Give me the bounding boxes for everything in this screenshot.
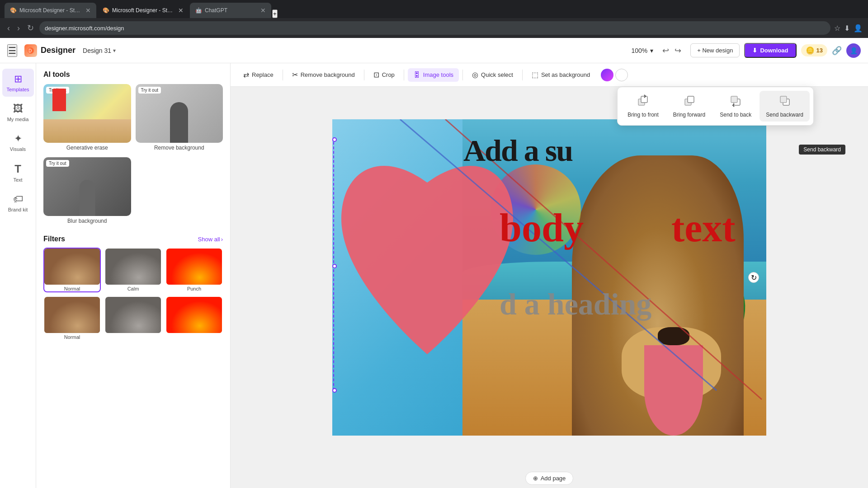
send-to-back-button[interactable]: Send to back: [713, 91, 758, 122]
canvas-heart-shape[interactable]: [332, 137, 522, 390]
sidebar-item-my-media[interactable]: 🖼 My media: [2, 99, 34, 127]
design-name-button[interactable]: Design 31 ▾: [83, 47, 116, 54]
coins-count: 13: [816, 47, 823, 54]
tab3-favicon: 🤖: [195, 7, 202, 14]
panel-area: AI tools Try it out Generative erase Try…: [36, 63, 231, 488]
filter-punch[interactable]: Recommended Punch: [165, 248, 223, 292]
undo-redo-group: ↩ ↪: [660, 44, 683, 57]
ai-tool-basketball-thumbnail: Try it out: [43, 157, 131, 216]
sidebar-item-brand-kit[interactable]: 🏷 Brand kit: [2, 189, 34, 217]
ai-tool-generative-erase[interactable]: Try it out Generative erase: [43, 84, 131, 153]
ai-tools-title: AI tools: [43, 70, 223, 79]
canvas-text-text[interactable]: text: [671, 205, 736, 251]
bring-to-front-button[interactable]: Bring to front: [621, 91, 665, 122]
send-backward-label: Send backward: [766, 112, 803, 118]
browser-tab-3[interactable]: 🤖 ChatGPT ✕: [190, 3, 271, 18]
new-design-button[interactable]: + New design: [690, 43, 740, 57]
canvas-body-text[interactable]: body: [500, 205, 584, 251]
rotation-handle[interactable]: ↻: [748, 272, 759, 283]
address-bar[interactable]: designer.microsoft.com/design: [39, 21, 830, 35]
sidebar-label-visuals: Visuals: [10, 146, 26, 152]
send-backward-button[interactable]: Send backward: [760, 91, 810, 122]
sidebar-item-text[interactable]: T Text: [2, 158, 34, 187]
replace-button[interactable]: ⇄ Replace: [238, 68, 279, 82]
send-backward-tooltip: Send backward: [799, 145, 845, 155]
share-button[interactable]: 🔗: [832, 46, 842, 56]
brand-kit-icon: 🏷: [13, 193, 23, 205]
ai-tool-remove-background[interactable]: Try it out Remove background: [136, 84, 223, 153]
filter-normal[interactable]: Normal: [43, 248, 101, 292]
reload-button[interactable]: ↻: [25, 21, 36, 35]
separator-4: [462, 70, 463, 80]
browser-chrome: 🎨 Microsoft Designer - Stunning ✕ 🎨 Micr…: [0, 0, 868, 18]
browser-tab-2[interactable]: 🎨 Microsoft Designer - Stunning ✕: [97, 3, 189, 18]
send-backward-icon: [778, 94, 791, 110]
filters-header: Filters Show all ›: [43, 235, 223, 243]
canvas-area: ⇄ Replace ✂ Remove background ⊡ Crop 🎛 I…: [231, 63, 868, 488]
tab3-close[interactable]: ✕: [260, 7, 266, 14]
new-tab-button[interactable]: +: [272, 9, 278, 18]
tab2-label: Microsoft Designer - Stunning: [112, 7, 175, 14]
forward-button[interactable]: ›: [15, 22, 22, 35]
canvas-body-content: body: [500, 206, 584, 250]
crop-button[interactable]: ⊡ Crop: [368, 68, 400, 82]
filter-punch2[interactable]: Recommended: [165, 296, 223, 341]
filter-normal2[interactable]: Normal: [43, 296, 101, 341]
filter-punch-label: Punch: [166, 286, 222, 291]
canvas-content[interactable]: Add a su body text d a heading ↻: [231, 87, 868, 468]
color-circle-button[interactable]: [601, 69, 613, 81]
browser-tab-1[interactable]: 🎨 Microsoft Designer - Stunning ✕: [5, 3, 96, 18]
show-all-chevron-icon: ›: [221, 236, 223, 243]
canvas-heading-text[interactable]: Add a su: [463, 133, 572, 169]
show-all-link[interactable]: Show all ›: [198, 236, 223, 243]
sidebar-item-templates[interactable]: ⊞ Templates: [2, 69, 34, 97]
svg-rect-9: [780, 96, 787, 103]
filter-punch2-thumbnail: Recommended: [166, 297, 222, 333]
svg-text:D: D: [28, 48, 32, 53]
send-to-back-label: Send to back: [720, 112, 751, 118]
coin-icon: 🪙: [806, 46, 815, 55]
bring-forward-icon: [683, 94, 696, 110]
filter-calm2[interactable]: Recommended: [104, 296, 162, 341]
ai-tool-blur-background[interactable]: Try it out Blur background: [43, 157, 131, 226]
add-page-button[interactable]: ⊕ Add page: [525, 472, 574, 485]
address-bar-icons: ☆ ⬇ 👤: [834, 24, 863, 33]
canvas-subheading-content: d a heading: [500, 287, 651, 321]
set-bg-icon: ⬚: [532, 70, 538, 79]
filter-calm[interactable]: Recommended Calm: [104, 248, 162, 292]
canvas-text-content: text: [671, 206, 736, 250]
text-icon: T: [14, 163, 21, 175]
hamburger-menu[interactable]: ☰: [7, 44, 17, 57]
chevron-down-icon: ▾: [113, 47, 116, 54]
opacity-button[interactable]: [615, 69, 628, 81]
bookmark-icon[interactable]: ☆: [834, 24, 840, 33]
separator-1: [283, 70, 283, 80]
tab1-close[interactable]: ✕: [85, 7, 91, 14]
profile-icon[interactable]: 👤: [854, 24, 863, 33]
svg-rect-7: [731, 96, 737, 103]
remove-background-button[interactable]: ✂ Remove background: [287, 68, 360, 82]
back-button[interactable]: ‹: [5, 22, 12, 35]
tab3-label: ChatGPT: [205, 7, 227, 14]
bring-forward-button[interactable]: Bring forward: [667, 91, 712, 122]
visuals-icon: ✦: [14, 133, 22, 145]
canvas-subheading-text[interactable]: d a heading: [500, 286, 651, 322]
image-tools-button[interactable]: 🎛 Image tools: [408, 68, 459, 82]
tab1-favicon: 🎨: [10, 7, 17, 14]
set-as-background-button[interactable]: ⬚ Set as background: [526, 68, 595, 82]
ai-tools-grid: Try it out Generative erase Try it out R…: [43, 84, 223, 226]
ai-tool-label-1: Generative erase: [43, 145, 131, 153]
sidebar-item-visuals[interactable]: ✦ Visuals: [2, 128, 34, 156]
quick-select-button[interactable]: ◎ Quick select: [467, 68, 519, 82]
download-status-icon[interactable]: ⬇: [844, 24, 850, 33]
remove-bg-icon: ✂: [292, 70, 298, 79]
filter-calm2-thumbnail: Recommended: [105, 297, 161, 333]
ai-tool-label-3: Blur background: [43, 218, 131, 226]
profile-avatar[interactable]: 👤: [846, 43, 861, 58]
redo-button[interactable]: ↪: [673, 44, 683, 57]
undo-button[interactable]: ↩: [660, 44, 671, 57]
zoom-control[interactable]: 100% ▾: [631, 47, 653, 54]
tab2-close[interactable]: ✕: [178, 7, 184, 14]
tab2-favicon: 🎨: [103, 7, 109, 14]
download-button[interactable]: ⬇ Download: [744, 43, 796, 58]
